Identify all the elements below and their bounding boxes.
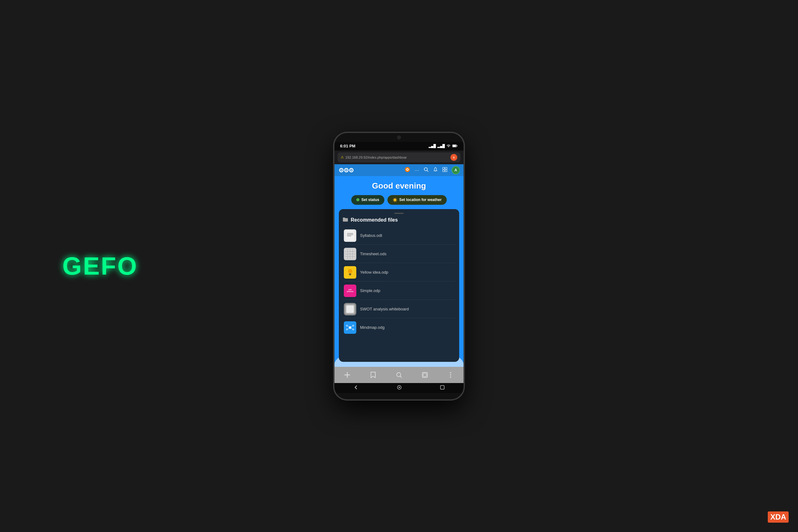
- svg-rect-42: [346, 305, 354, 313]
- files-card-header: Recommended files: [343, 217, 455, 223]
- file-name: Simple.odp: [360, 288, 380, 293]
- file-name: Mindmap.odg: [360, 325, 385, 330]
- home-button[interactable]: [397, 385, 402, 391]
- svg-rect-2: [453, 145, 456, 147]
- status-icons: ▂▄█ ▂▄█: [429, 144, 458, 148]
- folder-icon: [343, 217, 348, 223]
- search-icon[interactable]: [424, 167, 429, 173]
- svg-point-10: [341, 170, 342, 171]
- file-name: Yellow idea.odp: [360, 270, 388, 274]
- top-bezel: [335, 133, 463, 142]
- security-warning-icon: ⚠: [341, 155, 344, 159]
- file-thumbnail: [344, 248, 356, 260]
- file-name: Timesheet.ods: [360, 251, 386, 256]
- svg-point-47: [346, 328, 348, 330]
- svg-text:presenta: presenta: [347, 290, 354, 292]
- recommended-files-card: Recommended files: [339, 209, 459, 362]
- svg-text:B: B: [453, 156, 455, 158]
- file-thumbnail: [344, 266, 356, 279]
- background-text: GEFO: [62, 252, 138, 281]
- apps-icon[interactable]: [442, 167, 447, 173]
- file-item[interactable]: Syllabus.odt: [343, 227, 455, 245]
- svg-point-35: [348, 269, 352, 273]
- svg-point-12: [351, 170, 352, 171]
- svg-rect-64: [440, 385, 444, 389]
- svg-point-16: [424, 168, 428, 171]
- set-status-button[interactable]: Set status: [351, 195, 384, 205]
- svg-rect-25: [347, 234, 353, 235]
- svg-rect-24: [347, 233, 353, 234]
- user-avatar[interactable]: A: [452, 166, 460, 174]
- wifi-icon: [446, 144, 451, 148]
- battery-icon: [452, 144, 458, 148]
- file-thumbnail: [344, 229, 356, 242]
- brave-shield-icon[interactable]: B: [451, 154, 457, 161]
- file-item[interactable]: Mindmap.odg: [343, 319, 455, 336]
- svg-line-17: [427, 170, 428, 172]
- nextcloud-app: ···: [335, 164, 463, 383]
- svg-point-44: [349, 326, 351, 329]
- svg-rect-37: [349, 274, 351, 275]
- svg-rect-1: [457, 145, 457, 147]
- file-thumbnail: pyle presenta: [344, 285, 356, 297]
- svg-rect-20: [445, 167, 447, 169]
- svg-rect-36: [349, 274, 351, 274]
- svg-rect-22: [445, 170, 447, 172]
- more-icon[interactable]: ···: [415, 168, 419, 173]
- set-status-label: Set status: [361, 197, 379, 202]
- set-weather-label: Set location for weather: [399, 197, 442, 202]
- svg-point-45: [346, 325, 348, 327]
- notifications-icon[interactable]: [433, 167, 438, 173]
- recents-button[interactable]: [440, 385, 444, 391]
- file-name: SWOT analysis.whiteboard: [360, 307, 409, 311]
- status-bar: 6:01 PM ▂▄█ ▂▄█: [335, 142, 463, 151]
- back-button[interactable]: [354, 385, 359, 391]
- file-item[interactable]: Timesheet.ods: [343, 245, 455, 263]
- phone-wrapper: 6:01 PM ▂▄█ ▂▄█: [334, 132, 464, 400]
- xda-watermark: XDA: [768, 511, 788, 522]
- file-item[interactable]: SWOT analysis.whiteboard: [343, 301, 455, 318]
- camera-hole: [397, 136, 401, 139]
- nav-icons: ···: [405, 166, 460, 174]
- file-thumbnail: [344, 303, 356, 316]
- svg-rect-21: [443, 170, 444, 172]
- status-time: 6:01 PM: [340, 144, 355, 148]
- sun-icon: ☀️: [393, 197, 397, 202]
- nextcloud-logo[interactable]: [338, 167, 355, 173]
- android-nav: [335, 383, 463, 393]
- signal2-icon: ▂▄█: [437, 144, 445, 148]
- svg-point-15: [407, 169, 408, 170]
- files-card-title: Recommended files: [351, 217, 398, 223]
- url-text: 192.168.29.92/index.php/apps/dashboar: [345, 155, 449, 159]
- file-thumbnail: [344, 321, 356, 334]
- svg-rect-26: [347, 235, 351, 236]
- activity-icon[interactable]: [405, 167, 410, 173]
- svg-point-46: [352, 325, 354, 327]
- file-list: Syllabus.odt: [343, 227, 455, 336]
- scroll-indicator: [394, 213, 404, 214]
- svg-point-48: [352, 328, 354, 330]
- xda-logo: XDA: [768, 511, 788, 522]
- bottom-bezel: [335, 393, 463, 399]
- svg-point-63: [399, 387, 400, 388]
- browser-url-bar[interactable]: ⚠ 192.168.29.92/index.php/apps/dashboar …: [338, 152, 460, 163]
- svg-rect-19: [443, 167, 444, 169]
- browser-bar: ⚠ 192.168.29.92/index.php/apps/dashboar …: [335, 151, 463, 164]
- nextcloud-navbar: ···: [335, 164, 463, 176]
- file-name: Syllabus.odt: [360, 233, 382, 238]
- svg-point-11: [346, 170, 347, 171]
- file-item[interactable]: Yellow idea.odp: [343, 264, 455, 281]
- phone-device: 6:01 PM ▂▄█ ▂▄█: [334, 132, 464, 400]
- status-dot: [356, 198, 359, 201]
- dashboard-content: Good evening Set status ☀️ Set location …: [335, 176, 463, 367]
- greeting-text: Good evening: [339, 181, 459, 191]
- file-item[interactable]: pyle presenta Simple.odp: [343, 282, 455, 300]
- action-buttons: Set status ☀️ Set location for weather: [339, 195, 459, 205]
- set-weather-button[interactable]: ☀️ Set location for weather: [387, 195, 447, 205]
- signal1-icon: ▂▄█: [429, 144, 436, 148]
